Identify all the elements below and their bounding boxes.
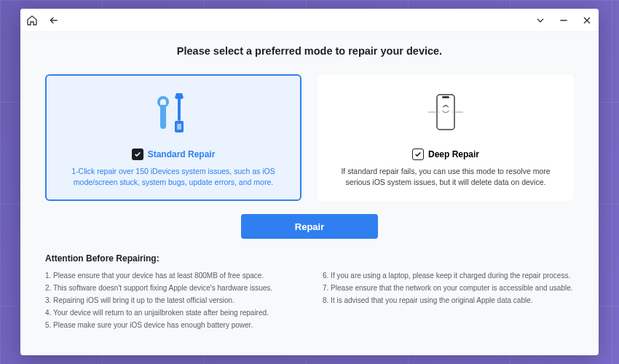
svg-rect-5	[177, 124, 181, 130]
standard-repair-card[interactable]: Standard Repair 1-Click repair over 150 …	[45, 74, 301, 201]
standard-repair-desc: 1-Click repair over 150 iDevices system …	[61, 166, 285, 188]
attention-item: 8. It is advised that you repair using t…	[323, 294, 574, 306]
attention-col-left: 1. Please ensure that your device has at…	[45, 269, 296, 331]
deep-repair-card[interactable]: Deep Repair If standard repair fails, yo…	[318, 74, 574, 201]
attention-item: 5. Please make sure your iOS device has …	[45, 319, 296, 331]
attention-item: 2. This software doesn't support fixing …	[45, 282, 296, 294]
content-area: Please select a preferred mode to repair…	[20, 32, 599, 355]
deep-repair-desc: If standard repair fails, you can use th…	[334, 166, 558, 188]
attention-item: 6. If you are using a laptop, please kee…	[323, 269, 574, 282]
titlebar	[20, 9, 599, 32]
minimize-icon[interactable]	[558, 15, 569, 26]
attention-lists: 1. Please ensure that your device has at…	[45, 269, 574, 331]
attention-item: 4. Your device will return to an unjailb…	[45, 306, 296, 319]
svg-rect-7	[442, 96, 449, 98]
mode-cards: Standard Repair 1-Click repair over 150 …	[45, 74, 574, 201]
attention-col-right: 6. If you are using a laptop, please kee…	[323, 269, 574, 331]
phone-icon	[424, 89, 468, 141]
chevron-down-icon[interactable]	[535, 15, 546, 26]
deep-repair-title: Deep Repair	[428, 149, 479, 159]
attention-heading: Attention Before Repairing:	[45, 253, 574, 264]
attention-item: 1. Please ensure that your device has at…	[45, 269, 296, 282]
attention-item: 3. Repairing iOS will bring it up to the…	[45, 294, 296, 306]
standard-repair-title: Standard Repair	[148, 149, 216, 159]
app-window: Please select a preferred mode to repair…	[20, 9, 599, 355]
attention-item: 7. Please ensure that the network on you…	[323, 282, 574, 294]
tools-icon	[153, 89, 194, 141]
standard-repair-checkbox[interactable]	[132, 149, 143, 160]
back-icon[interactable]	[48, 15, 60, 26]
deep-repair-checkbox[interactable]	[412, 149, 424, 160]
close-icon[interactable]	[581, 15, 593, 26]
home-icon[interactable]	[26, 15, 38, 26]
page-title: Please select a preferred mode to repair…	[45, 45, 574, 57]
repair-button[interactable]: Repair	[241, 214, 378, 239]
